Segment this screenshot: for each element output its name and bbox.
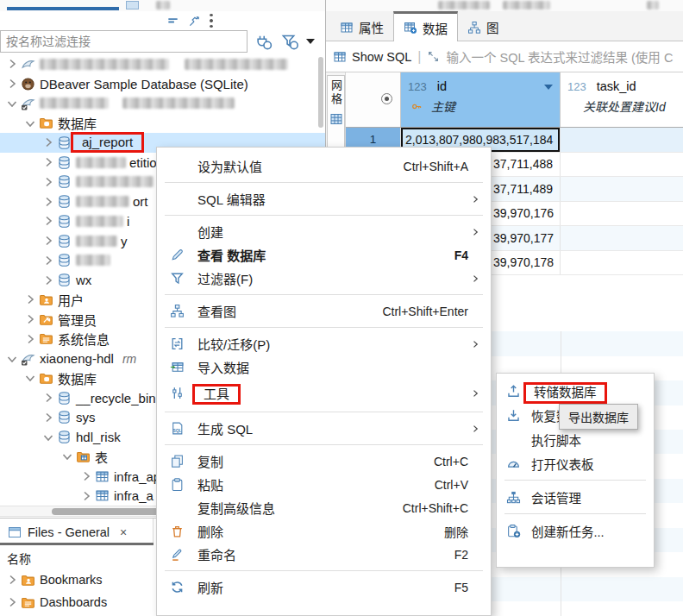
chevron-right-icon[interactable]	[41, 254, 55, 267]
menu-item-paste[interactable]: 粘贴 Ctrl+V	[157, 473, 491, 496]
editor-tab-strip	[326, 0, 683, 11]
chevron-right-icon[interactable]	[23, 312, 37, 326]
menu-item-rename[interactable]: 重命名 F2	[157, 543, 491, 566]
close-icon[interactable]: ×	[120, 525, 127, 539]
submenu-item-execute-script[interactable]: 执行脚本	[497, 427, 654, 451]
chevron-right-icon[interactable]	[5, 77, 19, 91]
rename-icon	[167, 547, 186, 562]
menu-item-import-data[interactable]: 导入数据	[157, 355, 491, 379]
submenu-item-create-new-task[interactable]: 创建新任务...	[497, 519, 654, 543]
chevron-right-icon[interactable]	[5, 595, 19, 609]
menu-item-copy[interactable]: 复制 Ctrl+C	[157, 449, 491, 473]
cell-task-id[interactable]	[561, 153, 683, 177]
menu-item-view-diagram[interactable]: 查看图 Ctrl+Shift+Enter	[157, 299, 491, 323]
tree-item-dbeaver-sample[interactable]: DBeaver Sample Database (SQLite)	[0, 74, 325, 94]
secondary-tab-icon[interactable]	[126, 1, 139, 9]
tab-title: Files - General	[28, 525, 110, 539]
chevron-right-icon[interactable]	[79, 489, 93, 503]
tab-diagram[interactable]: 图	[458, 14, 509, 41]
tab-properties[interactable]: 属性	[330, 14, 393, 41]
sessions-icon	[504, 490, 523, 505]
cell-task-id[interactable]	[561, 202, 683, 226]
sql-filter-input[interactable]: 输入一个 SQL 表达式来过滤结果 (使用 C	[446, 47, 673, 66]
tree-item-connection-2[interactable]	[0, 94, 325, 114]
chevron-right-icon[interactable]	[23, 292, 37, 306]
chevron-right-icon[interactable]	[79, 469, 93, 483]
submenu-item-open-dashboard[interactable]: 打开仪表板	[497, 451, 654, 475]
primary-key-icon	[411, 101, 423, 112]
chevron-right-icon[interactable]	[41, 234, 55, 248]
column-header-task-id[interactable]: 123 task_id 关联处置建议Id	[561, 72, 683, 127]
chevron-right-icon[interactable]	[5, 573, 19, 587]
chevron-down-icon[interactable]	[5, 352, 19, 366]
tab-files-general[interactable]: Files - General ×	[0, 519, 154, 545]
filter-dropdown-caret[interactable]	[306, 39, 315, 44]
chevron-right-icon[interactable]	[41, 214, 55, 228]
cell-task-id[interactable]	[561, 128, 683, 152]
chevron-right-icon[interactable]	[41, 155, 55, 169]
presentation-switcher[interactable]: 网格	[327, 75, 345, 156]
column-header-id[interactable]: 123 id 主键	[401, 72, 561, 127]
filter-funnel-icon[interactable]	[281, 33, 299, 51]
column-dropdown-caret[interactable]	[544, 85, 553, 90]
chevron-right-icon[interactable]	[41, 411, 55, 424]
connection-filter-input[interactable]	[0, 30, 248, 53]
chevron-right-icon[interactable]	[41, 175, 55, 189]
chevron-right-icon[interactable]	[23, 332, 37, 346]
chevron-down-icon[interactable]	[60, 449, 74, 463]
submenu-item-session-manager[interactable]: 会话管理	[497, 485, 654, 509]
menu-item-generate-sql[interactable]: 生成 SQL	[157, 417, 491, 440]
compare-icon	[167, 336, 186, 351]
chevron-right-icon[interactable]	[5, 57, 19, 71]
chevron-right-icon[interactable]	[41, 195, 55, 209]
menu-item-view-database[interactable]: 查看 数据库 F4	[157, 243, 491, 267]
cell-task-id[interactable]	[561, 177, 683, 201]
chevron-down-icon[interactable]	[23, 116, 37, 130]
tree-item-label: y	[121, 234, 128, 248]
menu-item-filters[interactable]: 过滤器(F)	[157, 267, 491, 290]
menu-item-sql-editor[interactable]: SQL 编辑器	[157, 187, 491, 211]
select-all-radio[interactable]	[381, 93, 392, 104]
menu-item-tools[interactable]: 工具	[157, 379, 491, 407]
connection-connected-icon	[21, 351, 35, 366]
redacted-text-blur	[76, 236, 117, 247]
menu-item-delete[interactable]: 删除 删除	[157, 519, 491, 543]
collapse-all-icon[interactable]	[166, 15, 179, 28]
show-sql-button[interactable]: Show SQL	[352, 50, 411, 64]
menu-separator	[165, 444, 483, 445]
chevron-down-icon[interactable]	[23, 371, 37, 385]
link-with-editor-icon[interactable]	[188, 15, 201, 28]
menu-item-copy-advanced-info[interactable]: 复制高级信息 Ctrl+Shift+C	[157, 496, 491, 519]
tree-item-label: i	[127, 214, 129, 229]
grid-view-icon[interactable]	[329, 112, 343, 126]
view-menu-icon[interactable]	[210, 14, 213, 28]
tree-vertical-scrollbar[interactable]	[318, 57, 323, 128]
redacted-text-blur	[40, 97, 109, 109]
tree-item-label: 管理员	[58, 311, 97, 329]
menu-separator	[165, 182, 483, 183]
cell-task-id[interactable]	[561, 226, 683, 250]
menu-item-refresh[interactable]: 刷新 F5	[157, 575, 491, 599]
tree-item-databases-folder[interactable]: 数据库	[0, 113, 325, 133]
tree-item-label: 数据库	[58, 114, 97, 132]
tree-item-connection-1[interactable]	[0, 54, 325, 74]
cell-task-id[interactable]	[561, 251, 683, 275]
row-number-header[interactable]	[346, 72, 401, 127]
tree-item-label: sys	[76, 410, 96, 424]
navigator-toolbar	[166, 12, 213, 29]
expand-filter-icon[interactable]	[427, 50, 440, 63]
chevron-right-icon[interactable]	[41, 273, 55, 287]
submenu-item-dump-database[interactable]: 转储数据库	[497, 379, 654, 403]
database-icon	[57, 253, 72, 267]
chevron-right-icon[interactable]	[41, 391, 55, 405]
tree-item-label: 数据库	[58, 369, 97, 387]
chevron-right-icon[interactable]	[41, 135, 55, 149]
chevron-down-icon[interactable]	[5, 97, 19, 110]
menu-item-set-default[interactable]: 设为默认值 Ctrl+Shift+A	[157, 154, 491, 178]
filter-connected-icon[interactable]	[255, 33, 273, 51]
menu-item-create[interactable]: 创建	[157, 220, 491, 243]
tab-data[interactable]: 数据	[393, 11, 458, 41]
chevron-down-icon[interactable]	[41, 431, 55, 444]
menu-item-compare-migrate[interactable]: 比较/迁移(P)	[157, 332, 491, 355]
column-subtitle: 主键	[431, 97, 455, 115]
